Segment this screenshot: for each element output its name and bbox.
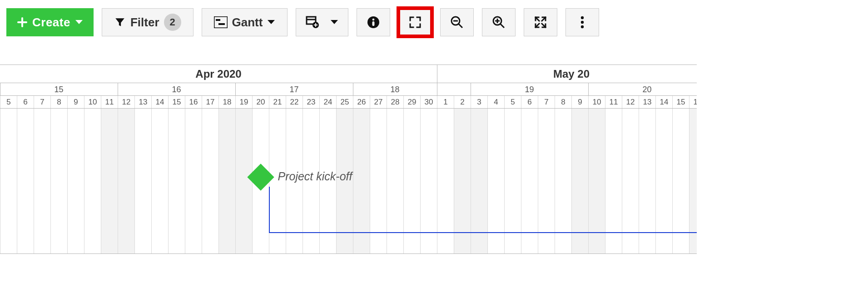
caret-down-icon bbox=[330, 19, 338, 25]
filter-count-badge: 2 bbox=[164, 14, 181, 31]
svg-line-10 bbox=[459, 24, 462, 28]
timeline-month-row: Apr 2020May 20 bbox=[0, 65, 697, 83]
week-label: 18 bbox=[353, 83, 437, 96]
day-label: 6 bbox=[17, 96, 34, 108]
gantt-chart[interactable]: Apr 2020May 20 151617181920 567891011121… bbox=[0, 65, 697, 254]
gantt-icon bbox=[214, 16, 228, 28]
week-label: 19 bbox=[471, 83, 588, 96]
milestone-label: Project kick-off bbox=[278, 170, 352, 183]
info-button[interactable] bbox=[357, 8, 390, 36]
zoom-fit-button[interactable] bbox=[524, 8, 557, 36]
filter-label: Filter bbox=[130, 15, 159, 30]
day-label: 5 bbox=[0, 96, 17, 108]
plus-icon bbox=[17, 17, 28, 28]
svg-rect-8 bbox=[372, 21, 375, 26]
day-label: 5 bbox=[504, 96, 521, 108]
timeline-day-row: 5678910111213141516171819202122232425262… bbox=[0, 96, 697, 109]
day-label: 14 bbox=[655, 96, 672, 108]
day-label: 11 bbox=[605, 96, 622, 108]
caret-down-icon bbox=[267, 19, 275, 25]
svg-rect-2 bbox=[218, 23, 225, 25]
day-label: 9 bbox=[67, 96, 84, 108]
day-label: 15 bbox=[672, 96, 689, 108]
week-label: 15 bbox=[0, 83, 118, 96]
filter-icon bbox=[114, 16, 126, 28]
day-label: 22 bbox=[286, 96, 303, 108]
day-label: 1 bbox=[437, 96, 454, 108]
svg-line-13 bbox=[501, 24, 504, 28]
zoom-in-icon bbox=[492, 15, 506, 29]
day-label: 28 bbox=[387, 96, 403, 108]
week-label: 16 bbox=[118, 83, 235, 96]
day-label: 7 bbox=[34, 96, 50, 108]
day-label: 21 bbox=[269, 96, 286, 108]
create-button[interactable]: Create bbox=[6, 8, 94, 36]
day-label: 16 bbox=[689, 96, 697, 108]
svg-point-18 bbox=[581, 25, 584, 28]
day-label: 27 bbox=[370, 96, 387, 108]
week-label: 20 bbox=[588, 83, 697, 96]
day-label: 2 bbox=[454, 96, 471, 108]
day-label: 8 bbox=[555, 96, 571, 108]
day-label: 16 bbox=[185, 96, 202, 108]
day-label: 19 bbox=[235, 96, 252, 108]
day-label: 30 bbox=[420, 96, 437, 108]
day-label: 10 bbox=[588, 96, 605, 108]
month-label: Apr 2020 bbox=[0, 65, 437, 83]
add-view-dropdown-button[interactable] bbox=[296, 8, 348, 36]
day-label: 7 bbox=[538, 96, 555, 108]
day-label: 10 bbox=[84, 96, 101, 108]
fullscreen-icon bbox=[408, 15, 422, 29]
day-label: 24 bbox=[319, 96, 336, 108]
day-label: 12 bbox=[118, 96, 134, 108]
day-label: 13 bbox=[639, 96, 655, 108]
zoom-in-button[interactable] bbox=[482, 8, 516, 36]
zoom-out-icon bbox=[450, 15, 464, 29]
day-label: 18 bbox=[218, 96, 235, 108]
day-label: 4 bbox=[487, 96, 504, 108]
zoom-out-button[interactable] bbox=[440, 8, 474, 36]
day-label: 13 bbox=[134, 96, 151, 108]
svg-point-16 bbox=[581, 16, 584, 19]
expand-arrows-icon bbox=[534, 15, 547, 29]
kebab-icon bbox=[580, 15, 585, 29]
card-add-icon bbox=[306, 16, 319, 29]
day-label: 15 bbox=[168, 96, 185, 108]
toolbar: Create Filter 2 Gantt bbox=[0, 0, 868, 46]
day-label: 8 bbox=[50, 96, 67, 108]
filter-button[interactable]: Filter 2 bbox=[102, 8, 193, 36]
day-label: 3 bbox=[471, 96, 487, 108]
timeline-week-row: 151617181920 bbox=[0, 83, 697, 96]
view-selector-button[interactable]: Gantt bbox=[202, 8, 288, 36]
day-label: 26 bbox=[353, 96, 370, 108]
svg-rect-0 bbox=[214, 16, 228, 28]
month-label: May 20 bbox=[437, 65, 697, 83]
day-label: 20 bbox=[252, 96, 269, 108]
day-label: 11 bbox=[101, 96, 118, 108]
info-icon bbox=[367, 15, 380, 29]
more-actions-button[interactable] bbox=[565, 8, 599, 36]
svg-rect-1 bbox=[216, 19, 220, 21]
day-label: 17 bbox=[202, 96, 218, 108]
day-label: 23 bbox=[303, 96, 319, 108]
view-label: Gantt bbox=[232, 15, 263, 30]
svg-point-7 bbox=[372, 19, 375, 21]
week-label: 17 bbox=[235, 83, 353, 96]
day-label: 29 bbox=[403, 96, 420, 108]
fullscreen-button[interactable] bbox=[398, 8, 432, 36]
day-label: 25 bbox=[336, 96, 353, 108]
day-label: 9 bbox=[571, 96, 588, 108]
day-label: 6 bbox=[521, 96, 538, 108]
svg-point-17 bbox=[581, 21, 584, 24]
create-label: Create bbox=[32, 15, 70, 30]
day-label: 12 bbox=[622, 96, 639, 108]
gantt-body[interactable]: Project kick-off bbox=[0, 109, 697, 253]
day-label: 14 bbox=[151, 96, 168, 108]
caret-down-icon bbox=[75, 19, 83, 25]
